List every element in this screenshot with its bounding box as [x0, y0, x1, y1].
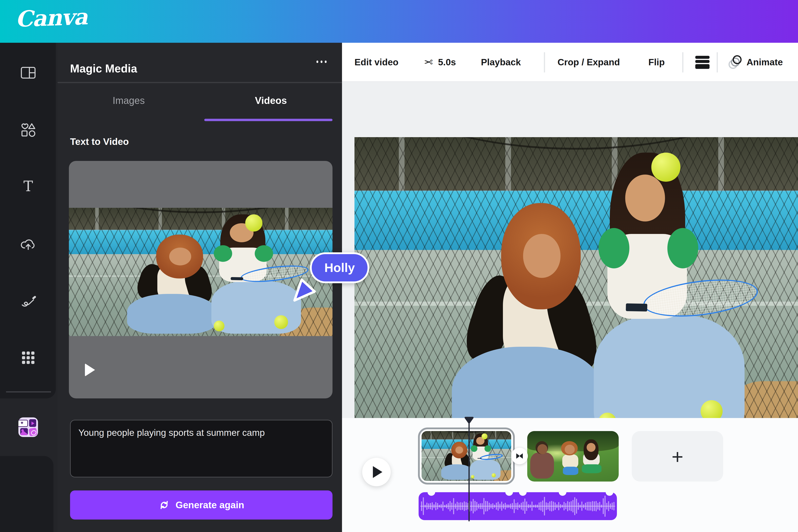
- scissors-icon: ✂: [424, 56, 433, 69]
- toolbar-divider: [717, 52, 718, 73]
- generate-again-button[interactable]: Generate again: [70, 491, 332, 519]
- selected-video-element[interactable]: [355, 137, 798, 450]
- animate-motion-icon: [728, 54, 744, 71]
- audio-waveform: [419, 492, 617, 520]
- sidebar-rail-panel: T: [0, 43, 56, 398]
- generated-video-thumbnail: [69, 208, 332, 336]
- toolbar-divider: [682, 52, 683, 73]
- clip-thumbnail: [421, 431, 511, 481]
- park-video-still: [527, 431, 619, 481]
- image-tile-icon: [20, 428, 28, 435]
- sidebar-bottom-panel: [0, 456, 54, 532]
- flip-button[interactable]: Flip: [648, 43, 665, 82]
- magic-media-panel: Magic Media Images Videos Text to Video …: [58, 43, 342, 532]
- prompt-input-container: Young people playing sports at summer ca…: [70, 420, 332, 477]
- sparkle-tile-icon: ✦: [18, 420, 28, 427]
- trim-duration-button[interactable]: ✂ 5.0s: [424, 43, 456, 82]
- text-icon: T: [20, 178, 36, 194]
- sidebar-item-apps[interactable]: [0, 342, 56, 373]
- tab-images[interactable]: Images: [58, 82, 200, 119]
- sidebar-item-text[interactable]: T: [0, 171, 56, 202]
- canva-logo[interactable]: Canva: [15, 3, 88, 32]
- playback-button[interactable]: Playback: [481, 43, 521, 82]
- apps-grid-icon: [21, 350, 35, 365]
- layout-grid-icon: [20, 64, 36, 80]
- play-icon[interactable]: [85, 363, 95, 377]
- video-tile-icon: [29, 419, 36, 427]
- editor-stage: Edit video ✂ 5.0s Playback Crop / Expand…: [342, 43, 798, 532]
- sidebar-rail: T ✦: [0, 43, 58, 532]
- playhead-handle[interactable]: [464, 416, 474, 426]
- animate-button[interactable]: Animate: [728, 43, 783, 82]
- panel-title: Magic Media: [70, 62, 137, 75]
- transition-bowtie-icon: [515, 453, 524, 459]
- shapes-icon: [20, 121, 36, 137]
- text-to-video-label: Text to Video: [70, 136, 129, 147]
- position-layers-icon: [695, 56, 709, 69]
- duration-value: 5.0s: [438, 57, 456, 68]
- rail-divider: [6, 391, 51, 393]
- draw-icon: [20, 292, 36, 308]
- timeline-play-button[interactable]: [362, 458, 391, 486]
- tab-videos[interactable]: Videos: [200, 82, 342, 119]
- ellipsis-icon[interactable]: [314, 58, 329, 65]
- planet-tile-icon: [28, 427, 37, 436]
- toolbar-divider: [544, 52, 545, 73]
- audio-track[interactable]: [419, 492, 617, 520]
- generate-again-label: Generate again: [175, 500, 244, 510]
- tennis-court-video-still: [421, 431, 511, 481]
- magic-media-app-icon[interactable]: ✦: [18, 417, 38, 437]
- upload-cloud-icon: [20, 236, 36, 252]
- timeline-clip-selected[interactable]: [418, 428, 515, 484]
- add-clip-button[interactable]: +: [632, 431, 723, 481]
- position-button[interactable]: [695, 43, 709, 82]
- timeline: +: [342, 418, 798, 532]
- prompt-input[interactable]: Young people playing sports at summer ca…: [71, 420, 332, 477]
- active-tab-underline: [204, 119, 332, 121]
- animate-label: Animate: [746, 57, 783, 68]
- transition-button[interactable]: [511, 448, 528, 464]
- regenerate-icon: [158, 499, 170, 511]
- timeline-clip[interactable]: [527, 431, 619, 481]
- context-toolbar: Edit video ✂ 5.0s Playback Crop / Expand…: [342, 43, 798, 82]
- sidebar-item-draw[interactable]: [0, 285, 56, 316]
- svg-text:T: T: [23, 178, 33, 194]
- canva-video-editor: Canva T ✦: [0, 0, 798, 532]
- crop-expand-button[interactable]: Crop / Expand: [557, 43, 620, 82]
- app-header: Canva: [0, 0, 798, 43]
- playhead-line[interactable]: [469, 417, 470, 521]
- generated-video-card[interactable]: [69, 161, 332, 398]
- sidebar-item-uploads[interactable]: [0, 229, 56, 260]
- tennis-court-video-still: [355, 137, 798, 450]
- sidebar-item-design[interactable]: [0, 57, 56, 88]
- panel-tabs: Images Videos: [58, 82, 342, 119]
- design-canvas: [342, 82, 798, 418]
- edit-video-button[interactable]: Edit video: [355, 43, 398, 82]
- tennis-court-video-still: [69, 208, 332, 336]
- sidebar-item-elements[interactable]: [0, 114, 56, 145]
